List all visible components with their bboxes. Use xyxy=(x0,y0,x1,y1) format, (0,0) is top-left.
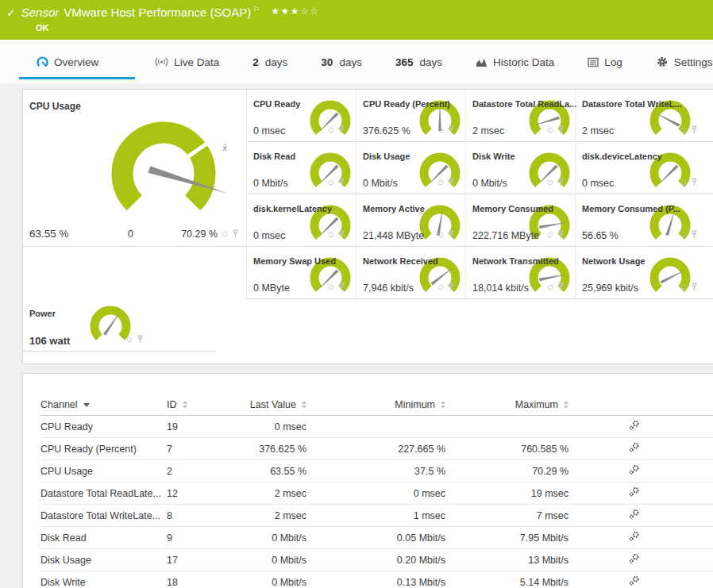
column-header-maximum[interactable]: Maximum xyxy=(445,399,568,410)
pin-icon[interactable] xyxy=(691,123,698,137)
pin-icon[interactable] xyxy=(691,175,698,190)
gauge-value: 2 msec xyxy=(582,125,614,136)
flag-icon[interactable]: ⚐ xyxy=(252,5,260,13)
channel-name[interactable]: CPU Usage xyxy=(40,466,158,477)
tab-label: days xyxy=(339,56,362,68)
channel-maximum: 7 msec xyxy=(445,510,568,521)
channel-last-value: 2 msec xyxy=(235,510,306,521)
gear-icon[interactable] xyxy=(680,280,688,294)
gear-icon[interactable] xyxy=(546,228,554,242)
gear-icon[interactable] xyxy=(437,228,445,242)
gear-icon[interactable] xyxy=(437,280,445,294)
channel-settings-icon[interactable] xyxy=(629,486,640,500)
column-header-channel[interactable]: Channel xyxy=(40,399,158,410)
channel-minimum: 1 msec xyxy=(306,510,445,521)
gauge-cell-memory-consumed-p: Memory Consumed (P...56.65 % xyxy=(575,194,713,247)
gauge-title: Datastore Total WriteL... xyxy=(582,99,682,109)
gauge-min-label: 0 xyxy=(128,229,133,240)
gauge-cell-memory-swap-used: Memory Swap Used0 MByte xyxy=(246,247,356,299)
tab-log[interactable]: Log xyxy=(574,40,636,84)
gauge-needle xyxy=(657,164,678,186)
pin-icon[interactable] xyxy=(557,280,565,294)
gauge-cell-memory-active: Memory Active21,448 MByte xyxy=(356,194,465,247)
pin-icon[interactable] xyxy=(338,228,345,242)
channel-name[interactable]: Disk Usage xyxy=(40,555,158,566)
gear-icon[interactable] xyxy=(437,123,445,137)
gauge-value: 63.55 % xyxy=(29,228,69,240)
gauge-title: Disk Read xyxy=(253,152,295,161)
pin-icon[interactable] xyxy=(232,227,239,241)
channel-name[interactable]: Disk Write xyxy=(40,577,158,588)
channel-settings-icon[interactable] xyxy=(629,531,640,544)
pin-icon[interactable] xyxy=(557,228,565,242)
pin-icon[interactable] xyxy=(448,123,455,137)
tab-365-days[interactable]: 365days xyxy=(382,40,456,84)
pin-icon[interactable] xyxy=(137,332,144,347)
gear-icon[interactable] xyxy=(680,175,688,190)
pin-icon[interactable] xyxy=(557,123,565,137)
gear-icon[interactable] xyxy=(546,123,554,137)
gauge-cell-network-transmitted: Network Transmitted18,014 kbit/s xyxy=(465,247,575,299)
gear-icon[interactable] xyxy=(327,228,335,242)
channel-name[interactable]: Datastore Total WriteLate... xyxy=(40,510,158,521)
tab-live-data[interactable]: Live Data xyxy=(141,40,233,84)
gauge-value: 21,448 MByte xyxy=(363,230,424,241)
channel-settings-icon[interactable] xyxy=(629,509,640,522)
gauge-value: 106 watt xyxy=(29,335,70,347)
gauge-value: 25,969 kbit/s xyxy=(582,282,638,294)
gauge-value: 56.65 % xyxy=(582,230,619,241)
pin-icon[interactable] xyxy=(338,280,345,294)
channel-name[interactable]: Datastore Total ReadLate... xyxy=(40,488,158,499)
channel-name[interactable]: CPU Ready xyxy=(40,421,158,432)
sensor-header-bar: ✓ Sensor VMware Host Performance (SOAP) … xyxy=(0,0,713,40)
pin-icon[interactable] xyxy=(691,228,698,242)
gear-icon[interactable] xyxy=(125,332,133,347)
channel-id: 12 xyxy=(158,488,235,499)
channel-settings-icon[interactable] xyxy=(629,575,640,588)
channel-settings-icon[interactable] xyxy=(629,420,640,433)
gear-icon[interactable] xyxy=(327,175,335,190)
channel-id: 19 xyxy=(158,421,235,432)
channel-id: 7 xyxy=(158,444,235,455)
gauge-cell-cpu-ready-percent: CPU Ready (Percent)376.625 % xyxy=(356,90,465,142)
gauge-cell-disk-usage: Disk Usage0 Mbit/s xyxy=(356,142,465,194)
gear-icon[interactable] xyxy=(327,123,335,137)
tab-overview[interactable]: Overview xyxy=(19,40,135,84)
column-header-last-value[interactable]: Last Value xyxy=(235,399,306,410)
channel-name[interactable]: CPU Ready (Percent) xyxy=(40,444,158,455)
channel-settings-icon[interactable] xyxy=(629,553,640,567)
tab-2-days[interactable]: 2days xyxy=(239,40,301,84)
pin-icon[interactable] xyxy=(557,175,565,190)
pin-icon[interactable] xyxy=(448,175,455,190)
gear-icon[interactable] xyxy=(437,175,445,190)
gear-icon[interactable] xyxy=(221,227,229,241)
gear-icon[interactable] xyxy=(546,175,554,190)
pin-icon[interactable] xyxy=(338,175,345,190)
channel-maximum: 70.29 % xyxy=(445,466,568,477)
channel-id: 17 xyxy=(158,555,235,566)
tab-historic-data[interactable]: Historic Data xyxy=(462,40,568,84)
pin-icon[interactable] xyxy=(448,280,455,294)
gear-icon xyxy=(656,56,669,68)
gear-icon[interactable] xyxy=(546,280,554,294)
channel-name[interactable]: Disk Read xyxy=(40,532,158,544)
tab-settings[interactable]: Settings xyxy=(642,40,713,84)
channel-settings-icon[interactable] xyxy=(629,464,640,478)
gauge-value: 222,716 MByte xyxy=(472,230,539,241)
star-rating[interactable]: ★★★☆☆ xyxy=(271,6,319,17)
gear-icon[interactable] xyxy=(680,228,688,242)
pin-icon[interactable] xyxy=(691,280,698,294)
gear-icon[interactable] xyxy=(327,280,335,294)
pin-icon[interactable] xyxy=(338,123,345,137)
gauge-max-label: 70.29 % xyxy=(181,229,218,240)
tab-30-days[interactable]: 30days xyxy=(307,40,376,84)
gauge-value: 7,946 kbit/s xyxy=(363,282,414,294)
gear-icon[interactable] xyxy=(680,123,688,137)
column-header-id[interactable]: ID xyxy=(158,399,235,410)
channel-settings-icon[interactable] xyxy=(629,442,640,455)
sensor-title: VMware Host Performance (SOAP) xyxy=(64,6,251,19)
column-header-minimum[interactable]: Minimum xyxy=(306,399,445,410)
channel-last-value: 0 Mbit/s xyxy=(235,555,306,566)
channel-last-value: 0 Mbit/s xyxy=(235,532,306,544)
pin-icon[interactable] xyxy=(448,228,455,242)
